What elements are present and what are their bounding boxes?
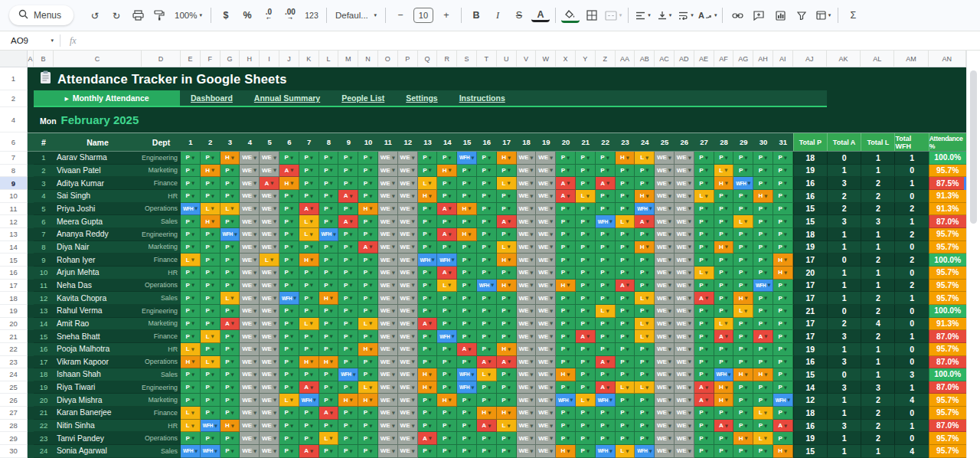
attendance-cell[interactable]: L▼ (477, 368, 497, 381)
attendance-cell[interactable]: P▼ (694, 432, 714, 445)
attendance-cell[interactable]: WE▼ (378, 305, 398, 318)
attendance-cell[interactable]: P▼ (220, 394, 240, 407)
attendance-cell[interactable]: WE▼ (536, 343, 556, 356)
attendance-cell[interactable]: P▼ (181, 305, 201, 318)
attendance-cell[interactable]: WE▼ (536, 305, 556, 318)
column-header-AN[interactable]: AN (929, 51, 966, 67)
attendance-cell[interactable]: P▼ (635, 432, 655, 445)
attendance-cell[interactable]: P▼ (753, 267, 773, 280)
attendance-cell[interactable]: WE▼ (536, 432, 556, 445)
attendance-cell[interactable]: WE▼ (260, 280, 279, 293)
attendance-cell[interactable]: WE▼ (536, 280, 556, 293)
attendance-cell[interactable]: WE▼ (378, 407, 398, 420)
attendance-cell[interactable]: P▼ (616, 254, 635, 267)
attendance-cell[interactable]: P▼ (299, 420, 319, 433)
attendance-cell[interactable]: P▼ (556, 165, 576, 178)
attendance-cell[interactable]: P▼ (635, 368, 655, 381)
attendance-cell[interactable]: P▼ (596, 343, 616, 356)
attendance-cell[interactable]: P▼ (299, 241, 319, 254)
attendance-cell[interactable]: P▼ (753, 356, 773, 369)
attendance-cell[interactable]: P▼ (616, 394, 635, 407)
name-box[interactable]: AO9 ▾ (0, 36, 60, 45)
attendance-cell[interactable]: WFH▼ (457, 152, 477, 165)
attendance-cell[interactable]: P▼ (694, 215, 714, 228)
attendance-cell[interactable]: P▼ (477, 177, 497, 190)
attendance-cell[interactable]: WFH▼ (556, 394, 576, 407)
attendance-cell[interactable]: A▼ (437, 267, 457, 280)
attendance-cell[interactable]: P▼ (773, 356, 793, 369)
attendance-cell[interactable]: WE▼ (536, 203, 556, 216)
attendance-cell[interactable]: P▼ (556, 215, 576, 228)
strikethrough-button[interactable]: S (510, 6, 528, 25)
attendance-cell[interactable]: A▼ (279, 165, 299, 178)
attendance-cell[interactable]: P▼ (773, 318, 793, 331)
attendance-cell[interactable]: WE▼ (655, 177, 675, 190)
attendance-cell[interactable]: P▼ (299, 267, 319, 280)
attendance-cell[interactable]: L▼ (437, 280, 457, 293)
attendance-cell[interactable]: L▼ (319, 432, 339, 445)
insert-link-button[interactable] (728, 6, 746, 25)
attendance-cell[interactable]: P▼ (477, 381, 497, 394)
attendance-cell[interactable]: P▼ (733, 254, 753, 267)
attendance-cell[interactable]: P▼ (556, 407, 576, 420)
functions-button[interactable]: Σ (844, 6, 862, 25)
attendance-cell[interactable]: L▼ (497, 177, 517, 190)
attendance-cell[interactable]: L▼ (596, 305, 616, 318)
attendance-cell[interactable]: P▼ (358, 432, 378, 445)
attendance-cell[interactable]: P▼ (319, 343, 339, 356)
row-header[interactable]: 30 (0, 445, 28, 458)
attendance-cell[interactable]: WE▼ (378, 356, 398, 369)
attendance-cell[interactable]: P▼ (279, 190, 299, 203)
column-header-A[interactable]: A (28, 51, 34, 67)
attendance-cell[interactable]: P▼ (596, 267, 616, 280)
attendance-cell[interactable]: P▼ (181, 432, 201, 445)
column-header-AE[interactable]: AE (694, 51, 714, 67)
attendance-cell[interactable]: P▼ (279, 356, 299, 369)
attendance-cell[interactable]: WE▼ (536, 356, 556, 369)
attendance-cell[interactable]: WE▼ (240, 152, 260, 165)
attendance-cell[interactable]: WE▼ (536, 267, 556, 280)
attendance-cell[interactable]: L▼ (714, 165, 734, 178)
attendance-cell[interactable]: L▼ (201, 203, 220, 216)
attendance-cell[interactable]: WE▼ (655, 267, 675, 280)
attendance-cell[interactable]: WE▼ (260, 343, 279, 356)
row-header[interactable]: 22 (0, 343, 28, 356)
attendance-cell[interactable]: WFH▼ (596, 445, 616, 458)
attendance-cell[interactable]: WE▼ (675, 330, 694, 343)
attendance-cell[interactable]: P▼ (338, 165, 358, 178)
attendance-cell[interactable]: WE▼ (398, 280, 418, 293)
attendance-cell[interactable]: P▼ (635, 165, 655, 178)
attendance-cell[interactable]: P▼ (733, 356, 753, 369)
attendance-cell[interactable]: A▼ (437, 228, 457, 241)
attendance-cell[interactable]: P▼ (181, 318, 201, 331)
attendance-cell[interactable]: P▼ (279, 203, 299, 216)
attendance-cell[interactable]: P▼ (220, 356, 240, 369)
attendance-cell[interactable]: P▼ (358, 228, 378, 241)
attendance-cell[interactable]: H▼ (497, 280, 517, 293)
attendance-cell[interactable]: P▼ (576, 407, 596, 420)
attendance-cell[interactable]: P▼ (596, 280, 616, 293)
attendance-cell[interactable]: P▼ (358, 254, 378, 267)
attendance-cell[interactable]: P▼ (773, 368, 793, 381)
attendance-cell[interactable]: WE▼ (240, 343, 260, 356)
attendance-cell[interactable]: WE▼ (675, 420, 694, 433)
attendance-cell[interactable]: WE▼ (655, 381, 675, 394)
attendance-cell[interactable]: P▼ (181, 152, 201, 165)
attendance-cell[interactable]: WE▼ (398, 432, 418, 445)
attendance-cell[interactable]: H▼ (279, 177, 299, 190)
attendance-cell[interactable]: WFH▼ (201, 445, 220, 458)
attendance-cell[interactable]: P▼ (714, 228, 734, 241)
attendance-cell[interactable]: P▼ (201, 305, 220, 318)
attendance-cell[interactable]: P▼ (616, 177, 635, 190)
attendance-cell[interactable]: L▼ (635, 152, 655, 165)
attendance-cell[interactable]: L▼ (220, 292, 240, 305)
attendance-cell[interactable]: H▼ (753, 190, 773, 203)
format-percent-button[interactable]: % (238, 6, 256, 25)
attendance-cell[interactable]: L▼ (694, 267, 714, 280)
attendance-cell[interactable]: P▼ (477, 318, 497, 331)
attendance-cell[interactable]: P▼ (220, 407, 240, 420)
attendance-cell[interactable]: WE▼ (655, 318, 675, 331)
attendance-cell[interactable]: H▼ (773, 254, 793, 267)
attendance-cell[interactable]: P▼ (220, 215, 240, 228)
attendance-cell[interactable]: P▼ (635, 356, 655, 369)
